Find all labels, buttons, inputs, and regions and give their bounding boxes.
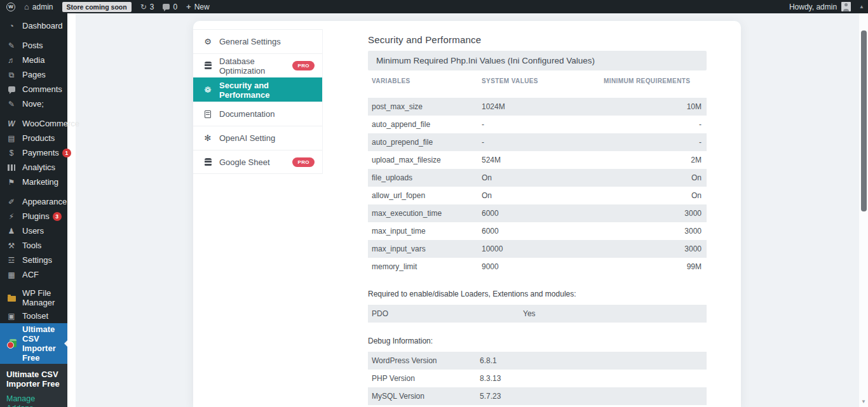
minimum-requirement-cell: 3000 bbox=[600, 240, 707, 258]
admin-sidebar: ◔Dashboard✎Posts♬Media⧉PagesComments✎Nov… bbox=[0, 13, 67, 407]
value-cell: 8.3.13 bbox=[476, 370, 707, 387]
sidebar-item-users[interactable]: ♟Users bbox=[0, 224, 67, 238]
sidebar-item-appearance[interactable]: ✐Appearance bbox=[0, 194, 67, 209]
table-row: allow_url_fopenOnOn bbox=[368, 187, 707, 204]
minimum-requirement-cell: 3000 bbox=[600, 222, 707, 240]
submenu-item-manage-addons[interactable]: Manage Addons bbox=[6, 394, 62, 407]
pushpin-icon: ✎ bbox=[5, 41, 18, 50]
store-coming-soon-badge[interactable]: Store coming soon bbox=[62, 2, 132, 12]
system-value-cell: On bbox=[478, 187, 600, 204]
document-icon bbox=[205, 110, 211, 118]
sidebar-item-nove[interactable]: ✎Nove; bbox=[0, 97, 67, 111]
plugin-submenu: Ultimate CSV Importer FreeManage Addons bbox=[0, 364, 67, 407]
pro-badge: PRO bbox=[292, 157, 315, 167]
tab-documentation[interactable]: Documentation bbox=[193, 102, 322, 126]
label-cell: PHP Version bbox=[368, 370, 476, 387]
gear-icon: ⚙ bbox=[202, 37, 214, 46]
tab-general-settings[interactable]: ⚙General Settings bbox=[193, 29, 322, 53]
debug-section-label: Debug Information: bbox=[368, 337, 707, 345]
sidebar-item-toolset[interactable]: ▣Toolset bbox=[0, 309, 67, 323]
php-ini-table: post_max_size1024M10Mauto_append_file--a… bbox=[368, 98, 707, 276]
pro-badge: PRO bbox=[292, 61, 315, 70]
table-row: auto_prepend_file-- bbox=[368, 133, 707, 151]
sidebar-item-csv-importer[interactable]: Ultimate CSV Importer Free bbox=[0, 323, 67, 364]
sidebar-item-wp-file-manager[interactable]: WP File Manager bbox=[0, 287, 67, 309]
tools-icon: ⚒ bbox=[5, 241, 18, 250]
megaphone-icon: ⚑ bbox=[5, 178, 18, 187]
label-cell: MySQL Version bbox=[368, 387, 476, 405]
page-scrollbar[interactable]: ▼ bbox=[859, 13, 868, 407]
sidebar-item-payments[interactable]: $Payments1 bbox=[0, 145, 67, 160]
table-row: memory_limit900099M bbox=[368, 258, 707, 276]
tab-label: OpenAI Setting bbox=[219, 133, 275, 143]
column-header: SYSTEM VALUES bbox=[478, 77, 600, 84]
column-header: MINIMUM REQUIREMENTS bbox=[600, 77, 707, 84]
sidebar-item-label: Plugins bbox=[22, 211, 50, 221]
sidebar-item-marketing[interactable]: ⚑Marketing bbox=[0, 175, 67, 189]
tab-label: Documentation bbox=[219, 109, 275, 119]
sidebar-item-label: WP File Manager bbox=[22, 288, 64, 307]
sidebar-item-pages[interactable]: ⧉Pages bbox=[0, 67, 67, 82]
tab-label: Google Sheet bbox=[219, 157, 270, 167]
sidebar-item-label: Settings bbox=[22, 255, 52, 265]
comments-indicator[interactable]: 0 bbox=[163, 3, 177, 11]
variable-cell: max_execution_time bbox=[368, 204, 478, 222]
count-badge: 3 bbox=[53, 212, 62, 221]
tab-label: Security and Performance bbox=[219, 81, 315, 100]
settings-card: ⚙General SettingsDatabase OptimizationPR… bbox=[193, 21, 741, 407]
brush-icon: ✐ bbox=[5, 197, 18, 206]
sidebar-item-label: Ultimate CSV Importer Free bbox=[22, 324, 64, 363]
howdy-account-menu[interactable]: Howdy, admin bbox=[789, 3, 837, 11]
sidebar-item-media[interactable]: ♬Media bbox=[0, 53, 67, 67]
table-row: auto_append_file-- bbox=[368, 116, 707, 133]
wp-logo[interactable]: W bbox=[6, 3, 15, 11]
scrollbar-thumb[interactable] bbox=[861, 30, 867, 211]
submenu-item-csv-importer-free[interactable]: Ultimate CSV Importer Free bbox=[6, 370, 62, 389]
updates-indicator[interactable]: ↻ 3 bbox=[140, 3, 154, 11]
site-menu[interactable]: ⌂ admin bbox=[24, 3, 53, 11]
pushpin-icon: ✎ bbox=[5, 100, 18, 109]
sidebar-item-dashboard[interactable]: ◔Dashboard bbox=[0, 18, 67, 33]
loaders-section-label: Required to enable/disable Loaders, Exte… bbox=[368, 290, 707, 298]
tab-google-sheet[interactable]: Google SheetPRO bbox=[193, 150, 322, 174]
comment-bubble-icon bbox=[5, 86, 18, 92]
sidebar-item-products[interactable]: ▤Products bbox=[0, 131, 67, 145]
sidebar-item-woocommerce[interactable]: WWooCommerce bbox=[0, 116, 67, 131]
label-cell: PDO bbox=[368, 305, 519, 323]
sidebar-item-label: Marketing bbox=[22, 177, 58, 187]
tab-openai-setting[interactable]: ✻OpenAI Setting bbox=[193, 126, 322, 150]
tab-database-optimization[interactable]: Database OptimizationPRO bbox=[193, 53, 322, 77]
wordpress-logo-icon: W bbox=[6, 3, 15, 11]
sidebar-item-comments[interactable]: Comments bbox=[0, 82, 67, 97]
folder-icon bbox=[8, 296, 16, 302]
database-icon bbox=[202, 158, 214, 166]
sidebar-item-analytics[interactable]: Analytics bbox=[0, 160, 67, 175]
home-icon: ⌂ bbox=[24, 3, 29, 11]
sidebar-item-settings[interactable]: ☲Settings bbox=[0, 253, 67, 267]
sidebar-item-posts[interactable]: ✎Posts bbox=[0, 38, 67, 53]
box-icon: ▤ bbox=[5, 134, 18, 143]
variable-cell: allow_url_fopen bbox=[368, 187, 478, 204]
sidebar-item-plugins[interactable]: ⚡Plugins3 bbox=[0, 209, 67, 224]
tab-security-performance[interactable]: ❁Security and Performance bbox=[193, 77, 322, 102]
table-row: max_input_time60003000 bbox=[368, 222, 707, 240]
scrollbar-up-arrow-icon[interactable]: ▲ bbox=[859, 4, 864, 10]
debug-table: WordPress Version6.8.1PHP Version8.3.13M… bbox=[368, 352, 707, 407]
user-avatar[interactable] bbox=[841, 2, 851, 11]
minimum-requirement-cell: On bbox=[600, 187, 707, 204]
sidebar-item-label: Products bbox=[22, 133, 55, 143]
column-header: VARIABLES bbox=[368, 77, 478, 84]
scrollbar-down-arrow-icon[interactable]: ▼ bbox=[859, 399, 868, 404]
comment-bubble-icon bbox=[8, 86, 15, 92]
new-content-menu[interactable]: + New bbox=[186, 2, 210, 11]
variable-cell: memory_limit bbox=[368, 258, 478, 276]
comments-count: 0 bbox=[173, 3, 177, 11]
sidebar-item-tools[interactable]: ⚒Tools bbox=[0, 238, 67, 253]
user-icon: ♟ bbox=[5, 227, 18, 236]
minimum-requirement-cell: 99M bbox=[600, 258, 707, 276]
sliders-icon: ☲ bbox=[5, 256, 18, 265]
acf-icon: ▦ bbox=[5, 270, 18, 279]
variable-cell: max_input_time bbox=[368, 222, 478, 240]
sidebar-item-acf[interactable]: ▦ACF bbox=[0, 267, 67, 282]
site-name: admin bbox=[32, 3, 53, 11]
